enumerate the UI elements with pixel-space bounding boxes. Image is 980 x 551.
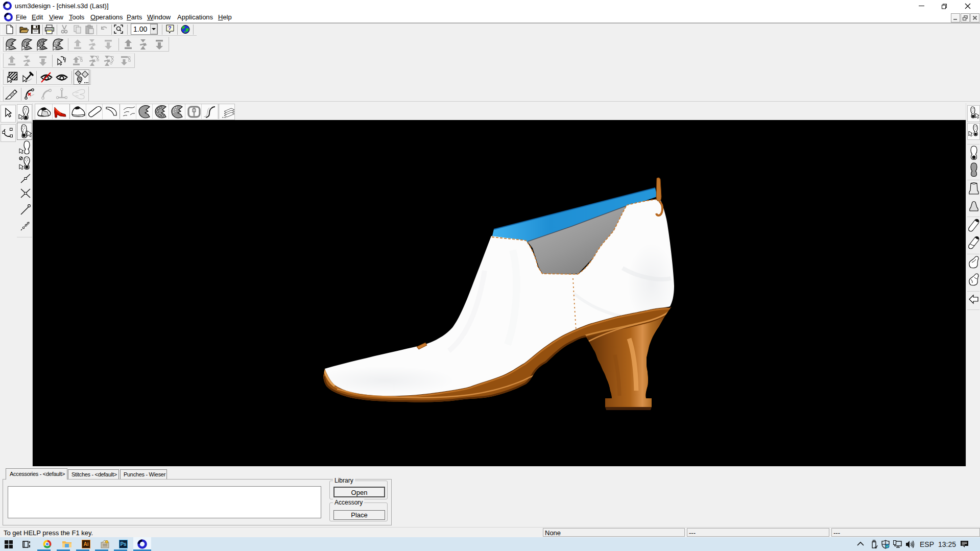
- svg-text:?: ?: [168, 25, 172, 31]
